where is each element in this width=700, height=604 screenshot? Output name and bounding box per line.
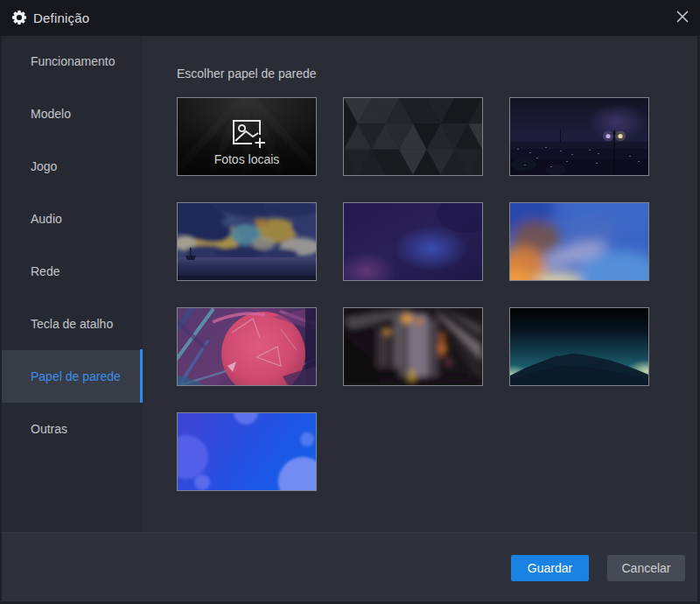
svg-text:Fotos locais: Fotos locais [214,152,280,166]
